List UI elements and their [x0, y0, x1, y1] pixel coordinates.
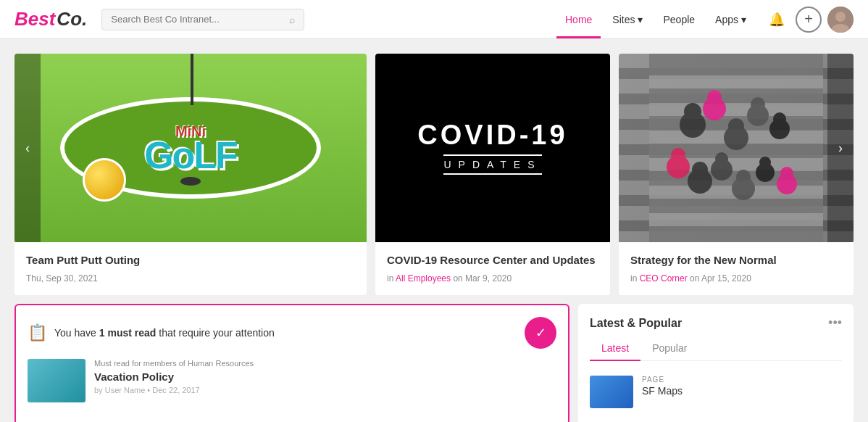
svg-point-32 — [777, 174, 797, 194]
crosswalk-image — [619, 54, 854, 242]
carousel-title-mini-golf: Team Putt Putt Outing — [26, 252, 355, 268]
must-read-count: 1 must read — [99, 327, 157, 339]
must-read-date: Dec 22, 2017 — [152, 386, 199, 394]
carousel-prev-button[interactable]: ‹ — [14, 54, 41, 242]
lp-header: Latest & Popular ••• — [590, 315, 842, 331]
lp-item[interactable]: PAGE SF Maps — [590, 370, 842, 414]
prev-arrow-icon: ‹ — [25, 141, 30, 156]
carousel-item-mini-golf[interactable]: MiNi GoLF Team Putt Putt Outing Thu, Sep… — [14, 54, 367, 295]
svg-point-18 — [747, 104, 769, 126]
search-input[interactable] — [111, 14, 289, 25]
carousel-category-crosswalk[interactable]: CEO Corner — [640, 273, 688, 284]
svg-point-28 — [732, 177, 755, 200]
crosswalk-card-bg — [619, 54, 854, 242]
mini-golf-text: MiNi GoLF — [144, 124, 237, 173]
lp-more-button[interactable]: ••• — [828, 315, 842, 331]
tab-latest-label: Latest — [601, 342, 629, 354]
carousel-next-button[interactable]: › — [827, 54, 854, 242]
nav-item-people[interactable]: People — [654, 8, 704, 31]
must-read-left: 📋 You have 1 must read that require your… — [28, 323, 275, 342]
nav-item-apps[interactable]: Apps — [706, 8, 755, 31]
logo-co: Co. — [57, 8, 87, 30]
carousel-date-covid: on Mar 9, 2020 — [453, 273, 512, 284]
must-read-suffix: that require your attention — [156, 327, 274, 339]
nav-sites-label: Sites — [612, 14, 635, 25]
carousel-date-crosswalk: on Apr 15, 2020 — [690, 273, 751, 284]
carousel-meta-mini-golf: Thu, Sep 30, 2021 — [26, 273, 355, 284]
must-read-panel: 📋 You have 1 must read that require your… — [14, 304, 569, 422]
avatar[interactable] — [827, 7, 854, 33]
sites-chevron-down-icon — [638, 14, 643, 25]
must-read-tag: Must read for members of Human Resources — [94, 359, 254, 368]
must-read-author: User Name — [105, 386, 146, 394]
lp-item-thumbnail — [590, 376, 633, 408]
must-read-item[interactable]: Must read for members of Human Resources… — [28, 359, 556, 402]
carousel-caption-crosswalk: Strategy for the New Normal in CEO Corne… — [619, 242, 854, 295]
carousel-caption-covid: COVID-19 Resource Center and Updates in … — [375, 242, 610, 295]
latest-popular-panel: Latest & Popular ••• Latest Popular PAGE… — [578, 304, 854, 422]
covid-card-bg: COVID-19 UPDATES — [375, 54, 610, 242]
news-carousel: ‹ MiNi GoLF — [0, 39, 868, 295]
lp-item-type: PAGE — [642, 376, 683, 384]
svg-point-1 — [835, 12, 846, 22]
must-read-action-button[interactable]: ✓ — [525, 317, 556, 349]
header-actions: 🔔 + — [764, 7, 854, 33]
nav-home-label: Home — [565, 14, 592, 25]
covid-updates-label: UPDATES — [443, 154, 541, 175]
svg-rect-10 — [649, 213, 823, 226]
must-read-prefix: You have — [54, 327, 99, 339]
next-arrow-icon: › — [838, 141, 843, 156]
carousel-date-mini-golf: Thu, Sep 30, 2021 — [26, 273, 98, 284]
carousel-category-covid[interactable]: All Employees — [396, 273, 451, 284]
nav-item-sites[interactable]: Sites — [604, 8, 651, 31]
golf-label: GoLF — [144, 138, 237, 173]
golf-green: MiNi GoLF — [60, 97, 321, 199]
nav-apps-label: Apps — [715, 14, 738, 25]
thumbnail-image — [28, 359, 85, 402]
must-read-title: Vacation Policy — [94, 371, 254, 383]
svg-point-20 — [769, 119, 790, 139]
site-header: Best Co. ⌕ Home Sites People Apps 🔔 + — [0, 0, 868, 39]
must-read-text: You have 1 must read that require your a… — [54, 327, 275, 339]
lp-title: Latest & Popular — [590, 317, 682, 330]
carousel-meta-crosswalk: in CEO Corner on Apr 15, 2020 — [630, 273, 842, 284]
must-read-thumbnail — [28, 359, 85, 402]
logo-best: Best — [14, 8, 55, 30]
carousel-title-crosswalk: Strategy for the New Normal — [630, 252, 842, 268]
carousel-meta-covid: in All Employees on Mar 9, 2020 — [387, 273, 598, 284]
search-bar[interactable]: ⌕ — [101, 9, 304, 30]
lp-item-info: PAGE SF Maps — [642, 376, 683, 397]
site-logo[interactable]: Best Co. — [14, 8, 87, 30]
lp-tabs: Latest Popular — [590, 338, 842, 361]
carousel-item-covid[interactable]: COVID-19 UPDATES COVID-19 Resource Cente… — [375, 54, 610, 295]
search-icon: ⌕ — [289, 14, 295, 25]
tab-latest[interactable]: Latest — [590, 338, 640, 361]
carousel-track: MiNi GoLF Team Putt Putt Outing Thu, Sep… — [14, 54, 854, 295]
svg-rect-5 — [649, 75, 823, 88]
carousel-caption-mini-golf: Team Putt Putt Outing Thu, Sep 30, 2021 — [14, 242, 367, 295]
tab-popular-label: Popular — [652, 342, 687, 354]
golf-ball — [83, 158, 126, 202]
notification-button[interactable]: 🔔 — [764, 7, 790, 33]
main-content: ‹ MiNi GoLF — [0, 39, 868, 422]
avatar-image — [827, 7, 854, 33]
bottom-section: 📋 You have 1 must read that require your… — [0, 295, 868, 422]
must-read-meta-by: by — [94, 386, 103, 394]
carousel-item-crosswalk[interactable]: Strategy for the New Normal in CEO Corne… — [619, 54, 854, 295]
add-button[interactable]: + — [796, 7, 822, 33]
document-icon: 📋 — [28, 323, 47, 342]
lp-item-name: SF Maps — [642, 385, 683, 397]
tab-popular[interactable]: Popular — [640, 338, 698, 361]
apps-chevron-down-icon — [741, 14, 746, 25]
must-read-meta: by User Name • Dec 22, 2017 — [94, 386, 254, 394]
main-nav: Home Sites People Apps — [556, 8, 755, 31]
svg-point-14 — [703, 97, 726, 120]
golf-hole — [180, 177, 201, 186]
svg-rect-6 — [649, 103, 823, 116]
covid-title: COVID-19 — [417, 121, 567, 149]
nav-item-home[interactable]: Home — [556, 8, 601, 31]
must-read-info: Must read for members of Human Resources… — [94, 359, 254, 394]
carousel-title-covid: COVID-19 Resource Center and Updates — [387, 252, 598, 268]
bell-icon: 🔔 — [769, 12, 785, 28]
svg-point-12 — [680, 112, 706, 138]
